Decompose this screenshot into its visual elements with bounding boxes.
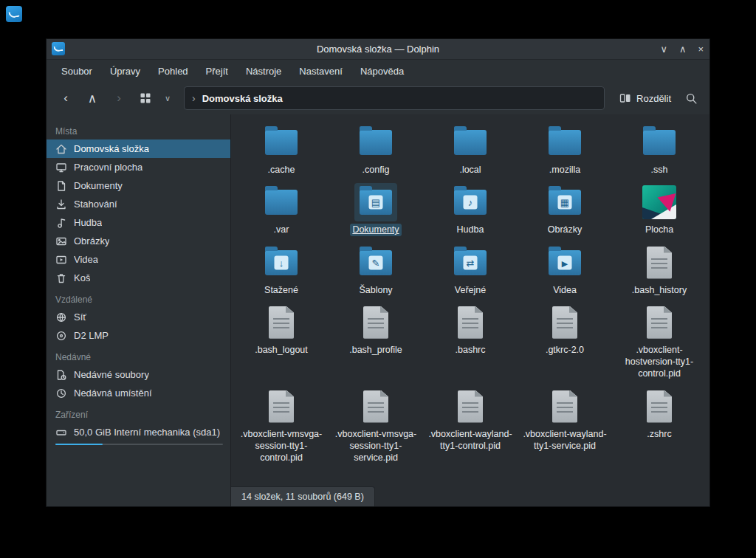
sidebar-item-harddrive[interactable]: 50,0 GiB Interní mechanika (sda1) [47,423,230,441]
file-item[interactable]: Stažené [234,244,329,296]
sidebar-item-recent-files[interactable]: Nedávné soubory [47,365,230,384]
search-button[interactable] [680,87,702,109]
file-item[interactable]: .vboxclient-hostversion-tty1-control.pid [612,303,707,380]
sidebar-item-downloads[interactable]: Stahování [47,195,230,213]
breadcrumb-root-chevron[interactable]: › [192,92,196,104]
window-title: Domovská složka — Dolphin [47,44,709,55]
file-item[interactable]: .bash_history [612,244,707,296]
file-item[interactable]: .zshrc [612,388,707,464]
menubar: Soubor Úpravy Pohled Přejít Nástroje Nas… [47,60,709,82]
titlebar[interactable]: Domovská složka — Dolphin ∨ ∧ × [47,39,709,60]
menu-prejit[interactable]: Přejít [199,63,236,80]
split-view-label: Rozdělit [636,93,671,104]
folder-templates-icon [360,250,392,275]
disk-capacity-bar [55,444,223,445]
file-item[interactable]: .bashrc [423,303,518,380]
file-item[interactable]: .vboxclient-wayland-tty1-service.pid [518,388,612,464]
file-item[interactable]: Plocha [612,183,707,235]
file-item[interactable]: Obrázky [518,183,612,235]
menu-upravy[interactable]: Úpravy [103,63,148,80]
file-item[interactable]: Veřejné [423,244,518,296]
menu-nastaveni[interactable]: Nastavení [292,63,350,80]
breadcrumb[interactable]: Domovská složka [202,93,283,104]
places-panel: Místa Domovská složka Pracovní plocha Do… [47,114,231,506]
sidebar-item-home[interactable]: Domovská složka [47,140,230,158]
sidebar-item-music[interactable]: Hudba [47,213,230,232]
maximize-button[interactable]: ∧ [679,39,687,59]
sidebar-item-desktop[interactable]: Pracovní plocha [47,158,230,176]
dolphin-wave-glyph [8,10,20,18]
sidebar-item-d2lmp[interactable]: D2 LMP [47,326,230,345]
desktop-icon [55,162,67,173]
menu-soubor[interactable]: Soubor [54,63,100,80]
file-item[interactable]: .config [329,123,423,176]
location-bar[interactable]: › Domovská složka [184,86,605,110]
file-item[interactable]: .vboxclient-vmsvga-session-tty1-service.… [329,388,423,464]
split-view-icon [619,92,631,104]
sidebar-item-recent-locations[interactable]: Nedávná umístění [47,384,230,402]
file-item[interactable]: .vboxclient-wayland-tty1-control.pid [423,388,518,464]
trash-icon [55,272,67,284]
text-file-icon [269,306,294,339]
file-item[interactable]: .var [234,183,329,235]
folder-view[interactable]: .cache .config .local .mozilla .ssh [231,114,709,506]
forward-button[interactable]: › [107,88,131,108]
view-mode-dropdown[interactable]: ∨ [160,88,175,108]
file-item[interactable]: Šablony [329,244,423,296]
menu-pohled[interactable]: Pohled [151,63,195,80]
file-item[interactable]: .gtkrc-2.0 [518,303,612,380]
icon-view-button[interactable] [134,88,157,108]
sidebar-item-documents[interactable]: Dokumenty [47,176,230,195]
dolphin-taskbar-icon[interactable] [6,6,22,22]
file-item-selected[interactable]: Dokumenty [329,183,423,235]
menu-nastroje[interactable]: Nástroje [238,63,289,80]
file-item[interactable]: .vboxclient-vmsvga-session-tty1-control.… [234,388,329,464]
emblem-videos-icon [558,255,572,269]
sidebar-item-trash[interactable]: Koš [47,269,230,287]
videos-icon [55,254,67,266]
folder-images-icon [549,190,581,215]
folder-icon [549,130,581,155]
sidebar-item-images[interactable]: Obrázky [47,232,230,250]
text-file-icon [363,390,388,423]
home-icon [55,143,67,155]
menu-napoveda[interactable]: Nápověda [353,63,411,80]
sidebar-item-videos[interactable]: Videa [47,250,230,269]
emblem-music-icon [464,196,478,210]
toolbar: ‹ ∧ › ∨ › Domovská složka Rozdělit [47,82,709,114]
file-item[interactable]: .bash_profile [329,303,423,380]
dolphin-window: Domovská složka — Dolphin ∨ ∧ × Soubor Ú… [46,38,710,507]
text-file-icon [552,306,577,339]
music-icon [55,217,67,229]
documents-icon [55,180,67,192]
emblem-documents-icon [369,196,383,210]
downloads-icon [55,199,67,210]
file-item[interactable]: .ssh [612,123,707,176]
close-button[interactable]: × [698,39,704,59]
file-grid: .cache .config .local .mozilla .ssh [231,114,709,487]
up-button[interactable]: ∧ [80,88,104,108]
images-icon [55,235,67,247]
recent-locations-icon [55,388,67,399]
text-file-icon [269,390,294,423]
file-item[interactable]: Hudba [423,183,518,235]
file-item[interactable]: .local [423,123,518,176]
folder-icon [643,130,676,155]
folder-downloads-icon [265,250,298,275]
minimize-button[interactable]: ∨ [660,39,667,59]
harddrive-icon [55,427,67,438]
file-item[interactable]: Videa [518,244,612,296]
section-header-recent: Nedávné [47,345,230,365]
emblem-templates-icon [369,255,383,269]
grid-view-icon [140,92,151,104]
file-item[interactable]: .mozilla [518,123,612,176]
search-icon [685,92,698,105]
file-item[interactable]: .cache [234,123,329,176]
file-item[interactable]: .bash_logout [234,303,329,380]
text-file-icon [458,390,483,423]
sidebar-item-network[interactable]: Síť [47,308,230,326]
split-view-button[interactable]: Rozdělit [614,87,677,109]
back-button[interactable]: ‹ [54,88,78,108]
emblem-downloads-icon [275,255,289,269]
text-file-icon [647,247,672,279]
